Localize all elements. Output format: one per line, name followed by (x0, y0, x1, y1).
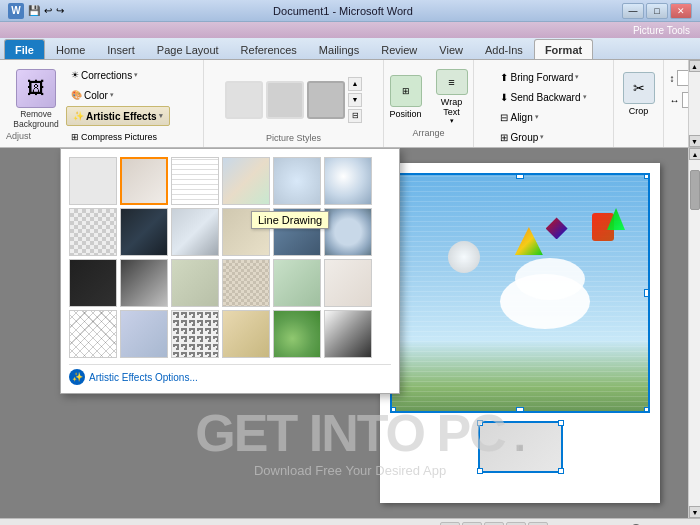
handle-mr[interactable] (644, 289, 650, 297)
compress-icon: ⊞ (71, 132, 79, 142)
ribbon-tabs-container: Picture Tools File Home Insert Page Layo… (0, 22, 700, 60)
effect-sponge[interactable] (273, 310, 321, 358)
effect-photocopy[interactable] (120, 259, 168, 307)
position-button[interactable]: ⊞ Position (385, 68, 427, 126)
effect-dry-brush[interactable] (222, 310, 270, 358)
redo-icon[interactable]: ↪ (56, 5, 64, 16)
tab-file[interactable]: File (4, 39, 45, 59)
tab-format[interactable]: Format (534, 39, 593, 59)
effect-marker[interactable] (171, 259, 219, 307)
group-label: Group (510, 132, 538, 143)
position-wrap-label: Arrange (412, 128, 444, 138)
effect-glass[interactable] (120, 208, 168, 256)
tab-insert[interactable]: Insert (96, 39, 146, 59)
tab-references[interactable]: References (230, 39, 308, 59)
effect-stipple[interactable] (171, 310, 219, 358)
compress-button[interactable]: ⊞ Compress Pictures (66, 128, 170, 146)
effects-grid (69, 157, 391, 358)
small-handle-br[interactable] (558, 468, 564, 474)
effect-bw[interactable] (324, 310, 372, 358)
effect-line-drawing[interactable] (171, 157, 219, 205)
handle-bl[interactable] (390, 407, 396, 413)
scroll-track (689, 160, 700, 506)
status-right: ▪ ⊞ ⊟ ≡ ≡ − + 100% (440, 522, 692, 526)
ribbon-scrollbar[interactable]: ▲ ▼ (688, 60, 700, 147)
small-handle-bl[interactable] (477, 468, 483, 474)
undo-icon[interactable]: ↩ (44, 5, 52, 16)
full-screen-button[interactable]: ⊞ (462, 522, 482, 526)
bring-forward-icon: ⬆ (500, 72, 508, 83)
send-backward-button[interactable]: ⬇ Send Backward ▾ (495, 88, 591, 106)
close-button[interactable]: ✕ (670, 3, 692, 19)
word-icon: W (8, 3, 24, 19)
tab-review[interactable]: Review (370, 39, 428, 59)
outline-button[interactable]: ≡ (506, 522, 526, 526)
effect-blurred-edges[interactable] (273, 157, 321, 205)
vertical-scrollbar[interactable]: ▲ ▼ (688, 148, 700, 518)
ribbon-scroll-up[interactable]: ▲ (689, 60, 701, 72)
save-icon[interactable]: 💾 (28, 5, 40, 16)
effect-chalk-sketch[interactable] (324, 259, 372, 307)
handle-tr[interactable] (644, 173, 650, 179)
adjust-group: 🖼 RemoveBackground ☀ Corrections ▾ 🎨 Col… (4, 60, 204, 147)
send-backward-arrow: ▾ (583, 93, 587, 101)
tab-view[interactable]: View (428, 39, 474, 59)
effect-mosaic-bubbles[interactable] (69, 208, 117, 256)
tab-mailings[interactable]: Mailings (308, 39, 370, 59)
tab-home[interactable]: Home (45, 39, 96, 59)
title-bar-left: W 💾 ↩ ↪ (8, 3, 64, 19)
small-handle-tr[interactable] (558, 420, 564, 426)
small-handle-tl[interactable] (477, 420, 483, 426)
align-icon: ⊟ (500, 112, 508, 123)
crop-group: ✂ Crop (614, 60, 664, 147)
bring-forward-button[interactable]: ⬆ Bring Forward ▾ (495, 68, 591, 86)
effect-cement[interactable] (171, 208, 219, 256)
effect-watercolor-sponge[interactable] (222, 157, 270, 205)
small-selected-image[interactable]: ▦ (478, 421, 563, 473)
send-backward-icon: ⬇ (500, 92, 508, 103)
maximize-button[interactable]: □ (646, 3, 668, 19)
web-layout-button[interactable]: ⊟ (484, 522, 504, 526)
style-more-button[interactable]: ▲ ▼ ⊟ (348, 77, 362, 123)
effect-crackle[interactable] (120, 310, 168, 358)
handle-br[interactable] (644, 407, 650, 413)
effect-pencil-sketch[interactable] (120, 157, 168, 205)
group-button[interactable]: ⊞ Group ▾ (495, 128, 591, 146)
effect-paint-strokes[interactable] (273, 259, 321, 307)
print-layout-button[interactable]: ▪ (440, 522, 460, 526)
remove-background-button[interactable]: 🖼 RemoveBackground (10, 64, 62, 130)
scroll-thumb[interactable] (690, 170, 700, 210)
document-area: Line Drawing ✨ Artistic Effects Options.… (0, 148, 700, 518)
scroll-down-button[interactable]: ▼ (689, 506, 700, 518)
tab-page-layout[interactable]: Page Layout (146, 39, 230, 59)
effect-crosshatch[interactable] (69, 310, 117, 358)
scroll-up-button[interactable]: ▲ (689, 148, 700, 160)
wrap-text-button[interactable]: ≡ WrapText ▾ (431, 68, 473, 126)
crop-button[interactable]: ✂ Crop (616, 64, 662, 124)
title-bar-controls: — □ ✕ (622, 3, 692, 19)
handle-bc[interactable] (516, 407, 524, 413)
artistic-effects-options-button[interactable]: ✨ Artistic Effects Options... (69, 364, 391, 385)
style-thumb-1[interactable] (225, 81, 263, 119)
selected-image-container[interactable] (390, 173, 650, 413)
color-button[interactable]: 🎨 Color ▾ (66, 86, 170, 104)
align-button[interactable]: ⊟ Align ▾ (495, 108, 591, 126)
effect-film-grain[interactable] (222, 259, 270, 307)
corrections-arrow: ▾ (134, 71, 138, 79)
style-thumb-3[interactable] (307, 81, 345, 119)
effect-soft-edges[interactable] (324, 208, 372, 256)
artistic-effects-button[interactable]: ✨ Artistic Effects ▾ (66, 106, 170, 126)
corrections-button[interactable]: ☀ Corrections ▾ (66, 66, 170, 84)
draft-button[interactable]: ≡ (528, 522, 548, 526)
handle-tc[interactable] (516, 173, 524, 179)
style-thumb-2[interactable] (266, 81, 304, 119)
ribbon-content: 🖼 RemoveBackground ☀ Corrections ▾ 🎨 Col… (0, 60, 700, 148)
effect-light-screen[interactable] (324, 157, 372, 205)
picture-styles-content: ▲ ▼ ⊟ (225, 64, 362, 131)
bring-forward-label: Bring Forward (510, 72, 573, 83)
ribbon-scroll-down[interactable]: ▼ (689, 135, 701, 147)
effect-glow-edges[interactable] (69, 259, 117, 307)
minimize-button[interactable]: — (622, 3, 644, 19)
effect-none[interactable] (69, 157, 117, 205)
tab-add-ins[interactable]: Add-Ins (474, 39, 534, 59)
